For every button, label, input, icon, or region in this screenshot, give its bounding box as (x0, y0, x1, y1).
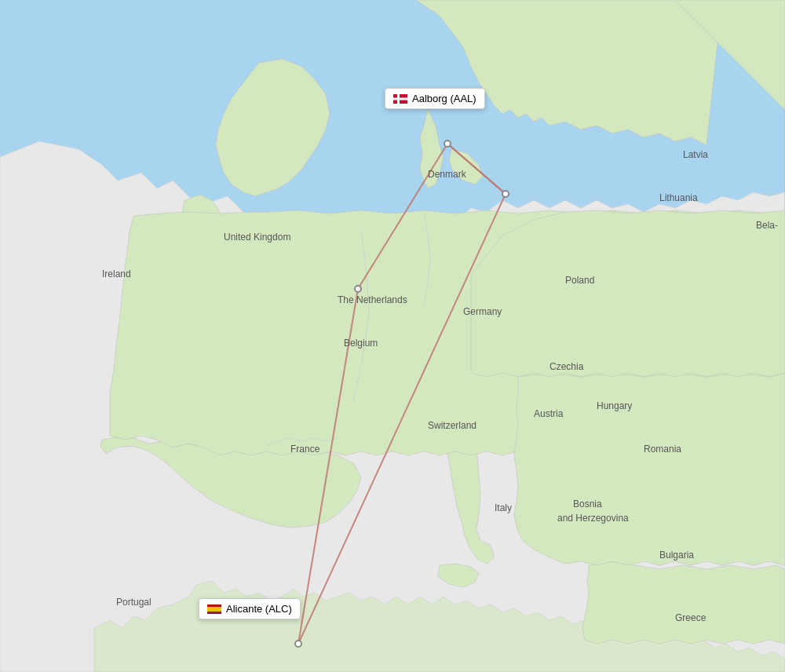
svg-rect-11 (207, 607, 221, 612)
map-container: Aalborg (AAL) Alicante (ALC) Denmark Uni… (0, 0, 785, 672)
alicante-label-text: Alicante (ALC) (226, 603, 292, 615)
aalborg-label-text: Aalborg (AAL) (412, 93, 476, 104)
spain-flag (207, 604, 221, 614)
denmark-flag (393, 94, 407, 104)
dot-amsterdam (354, 285, 362, 293)
svg-rect-9 (393, 97, 407, 100)
alicante-label[interactable]: Alicante (ALC) (199, 598, 301, 619)
dot-alicante (294, 640, 302, 648)
aalborg-label[interactable]: Aalborg (AAL) (385, 88, 485, 109)
dot-copenhagen (502, 190, 509, 198)
dot-aalborg (444, 140, 451, 148)
